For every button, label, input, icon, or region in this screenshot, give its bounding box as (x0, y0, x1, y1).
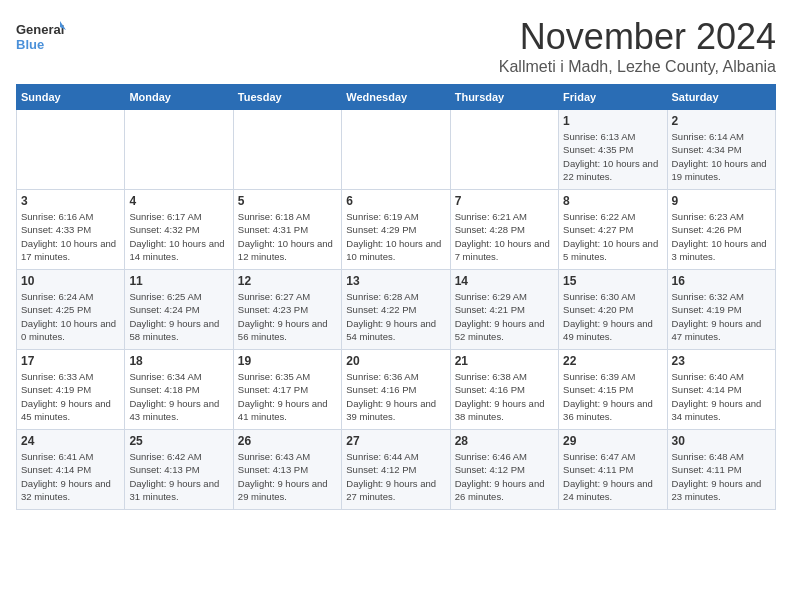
day-detail: Sunrise: 6:39 AM Sunset: 4:15 PM Dayligh… (563, 370, 662, 423)
calendar-cell: 2Sunrise: 6:14 AM Sunset: 4:34 PM Daylig… (667, 110, 775, 190)
calendar-cell: 23Sunrise: 6:40 AM Sunset: 4:14 PM Dayli… (667, 350, 775, 430)
calendar-cell (450, 110, 558, 190)
day-detail: Sunrise: 6:44 AM Sunset: 4:12 PM Dayligh… (346, 450, 445, 503)
month-title: November 2024 (499, 16, 776, 58)
svg-text:General: General (16, 22, 64, 37)
calendar-cell (233, 110, 341, 190)
day-number: 9 (672, 194, 771, 208)
day-detail: Sunrise: 6:32 AM Sunset: 4:19 PM Dayligh… (672, 290, 771, 343)
calendar-week-row: 3Sunrise: 6:16 AM Sunset: 4:33 PM Daylig… (17, 190, 776, 270)
day-detail: Sunrise: 6:34 AM Sunset: 4:18 PM Dayligh… (129, 370, 228, 423)
header-wednesday: Wednesday (342, 85, 450, 110)
day-number: 19 (238, 354, 337, 368)
calendar-cell: 18Sunrise: 6:34 AM Sunset: 4:18 PM Dayli… (125, 350, 233, 430)
day-detail: Sunrise: 6:23 AM Sunset: 4:26 PM Dayligh… (672, 210, 771, 263)
calendar-cell: 5Sunrise: 6:18 AM Sunset: 4:31 PM Daylig… (233, 190, 341, 270)
calendar-cell: 21Sunrise: 6:38 AM Sunset: 4:16 PM Dayli… (450, 350, 558, 430)
calendar-cell: 17Sunrise: 6:33 AM Sunset: 4:19 PM Dayli… (17, 350, 125, 430)
calendar-cell: 28Sunrise: 6:46 AM Sunset: 4:12 PM Dayli… (450, 430, 558, 510)
calendar-cell: 9Sunrise: 6:23 AM Sunset: 4:26 PM Daylig… (667, 190, 775, 270)
day-detail: Sunrise: 6:19 AM Sunset: 4:29 PM Dayligh… (346, 210, 445, 263)
day-detail: Sunrise: 6:25 AM Sunset: 4:24 PM Dayligh… (129, 290, 228, 343)
day-detail: Sunrise: 6:30 AM Sunset: 4:20 PM Dayligh… (563, 290, 662, 343)
calendar-cell: 25Sunrise: 6:42 AM Sunset: 4:13 PM Dayli… (125, 430, 233, 510)
day-number: 28 (455, 434, 554, 448)
calendar-cell: 15Sunrise: 6:30 AM Sunset: 4:20 PM Dayli… (559, 270, 667, 350)
day-detail: Sunrise: 6:41 AM Sunset: 4:14 PM Dayligh… (21, 450, 120, 503)
day-number: 14 (455, 274, 554, 288)
day-detail: Sunrise: 6:13 AM Sunset: 4:35 PM Dayligh… (563, 130, 662, 183)
day-number: 24 (21, 434, 120, 448)
day-detail: Sunrise: 6:21 AM Sunset: 4:28 PM Dayligh… (455, 210, 554, 263)
calendar-table: SundayMondayTuesdayWednesdayThursdayFrid… (16, 84, 776, 510)
day-detail: Sunrise: 6:17 AM Sunset: 4:32 PM Dayligh… (129, 210, 228, 263)
day-detail: Sunrise: 6:46 AM Sunset: 4:12 PM Dayligh… (455, 450, 554, 503)
day-detail: Sunrise: 6:28 AM Sunset: 4:22 PM Dayligh… (346, 290, 445, 343)
calendar-cell: 14Sunrise: 6:29 AM Sunset: 4:21 PM Dayli… (450, 270, 558, 350)
calendar-cell: 24Sunrise: 6:41 AM Sunset: 4:14 PM Dayli… (17, 430, 125, 510)
calendar-cell: 27Sunrise: 6:44 AM Sunset: 4:12 PM Dayli… (342, 430, 450, 510)
day-number: 3 (21, 194, 120, 208)
day-detail: Sunrise: 6:22 AM Sunset: 4:27 PM Dayligh… (563, 210, 662, 263)
calendar-cell: 7Sunrise: 6:21 AM Sunset: 4:28 PM Daylig… (450, 190, 558, 270)
header-friday: Friday (559, 85, 667, 110)
day-detail: Sunrise: 6:47 AM Sunset: 4:11 PM Dayligh… (563, 450, 662, 503)
day-number: 16 (672, 274, 771, 288)
logo: General Blue (16, 16, 66, 60)
day-detail: Sunrise: 6:29 AM Sunset: 4:21 PM Dayligh… (455, 290, 554, 343)
calendar-cell: 10Sunrise: 6:24 AM Sunset: 4:25 PM Dayli… (17, 270, 125, 350)
day-number: 17 (21, 354, 120, 368)
day-detail: Sunrise: 6:33 AM Sunset: 4:19 PM Dayligh… (21, 370, 120, 423)
day-number: 2 (672, 114, 771, 128)
logo-svg: General Blue (16, 16, 66, 60)
day-detail: Sunrise: 6:38 AM Sunset: 4:16 PM Dayligh… (455, 370, 554, 423)
day-number: 26 (238, 434, 337, 448)
calendar-cell: 11Sunrise: 6:25 AM Sunset: 4:24 PM Dayli… (125, 270, 233, 350)
calendar-cell: 6Sunrise: 6:19 AM Sunset: 4:29 PM Daylig… (342, 190, 450, 270)
day-number: 7 (455, 194, 554, 208)
calendar-cell: 13Sunrise: 6:28 AM Sunset: 4:22 PM Dayli… (342, 270, 450, 350)
day-detail: Sunrise: 6:24 AM Sunset: 4:25 PM Dayligh… (21, 290, 120, 343)
calendar-cell: 16Sunrise: 6:32 AM Sunset: 4:19 PM Dayli… (667, 270, 775, 350)
calendar-cell: 19Sunrise: 6:35 AM Sunset: 4:17 PM Dayli… (233, 350, 341, 430)
calendar-cell: 3Sunrise: 6:16 AM Sunset: 4:33 PM Daylig… (17, 190, 125, 270)
day-detail: Sunrise: 6:35 AM Sunset: 4:17 PM Dayligh… (238, 370, 337, 423)
day-number: 23 (672, 354, 771, 368)
day-number: 30 (672, 434, 771, 448)
day-detail: Sunrise: 6:40 AM Sunset: 4:14 PM Dayligh… (672, 370, 771, 423)
calendar-cell: 4Sunrise: 6:17 AM Sunset: 4:32 PM Daylig… (125, 190, 233, 270)
page-header: General Blue November 2024 Kallmeti i Ma… (16, 16, 776, 76)
location-title: Kallmeti i Madh, Lezhe County, Albania (499, 58, 776, 76)
calendar-cell: 29Sunrise: 6:47 AM Sunset: 4:11 PM Dayli… (559, 430, 667, 510)
day-number: 1 (563, 114, 662, 128)
day-detail: Sunrise: 6:48 AM Sunset: 4:11 PM Dayligh… (672, 450, 771, 503)
day-detail: Sunrise: 6:43 AM Sunset: 4:13 PM Dayligh… (238, 450, 337, 503)
day-detail: Sunrise: 6:18 AM Sunset: 4:31 PM Dayligh… (238, 210, 337, 263)
day-detail: Sunrise: 6:16 AM Sunset: 4:33 PM Dayligh… (21, 210, 120, 263)
day-number: 15 (563, 274, 662, 288)
day-number: 12 (238, 274, 337, 288)
day-number: 20 (346, 354, 445, 368)
header-tuesday: Tuesday (233, 85, 341, 110)
day-number: 10 (21, 274, 120, 288)
day-number: 8 (563, 194, 662, 208)
day-number: 18 (129, 354, 228, 368)
header-monday: Monday (125, 85, 233, 110)
header-thursday: Thursday (450, 85, 558, 110)
day-number: 25 (129, 434, 228, 448)
calendar-week-row: 17Sunrise: 6:33 AM Sunset: 4:19 PM Dayli… (17, 350, 776, 430)
calendar-cell: 8Sunrise: 6:22 AM Sunset: 4:27 PM Daylig… (559, 190, 667, 270)
day-number: 11 (129, 274, 228, 288)
day-number: 27 (346, 434, 445, 448)
calendar-cell (342, 110, 450, 190)
day-number: 22 (563, 354, 662, 368)
calendar-cell: 12Sunrise: 6:27 AM Sunset: 4:23 PM Dayli… (233, 270, 341, 350)
day-number: 4 (129, 194, 228, 208)
calendar-cell: 20Sunrise: 6:36 AM Sunset: 4:16 PM Dayli… (342, 350, 450, 430)
calendar-cell: 30Sunrise: 6:48 AM Sunset: 4:11 PM Dayli… (667, 430, 775, 510)
calendar-cell (125, 110, 233, 190)
title-area: November 2024 Kallmeti i Madh, Lezhe Cou… (499, 16, 776, 76)
day-number: 13 (346, 274, 445, 288)
svg-text:Blue: Blue (16, 37, 44, 52)
day-number: 6 (346, 194, 445, 208)
